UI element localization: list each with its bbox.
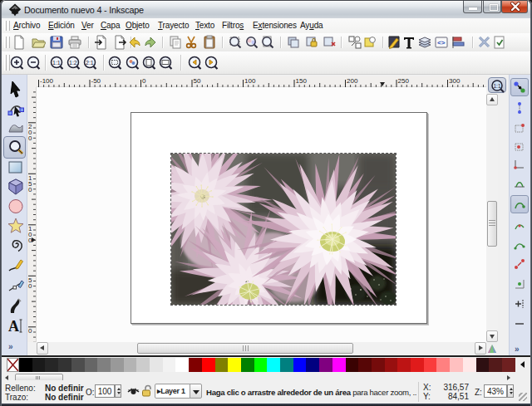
svg-text:50: 50 [194,77,201,85]
svg-text:<>: <> [437,39,446,46]
svg-text:150: 150 [296,77,308,85]
svg-text:-100: -100 [40,77,54,85]
svg-text:2:1: 2:1 [86,60,94,66]
svg-text:1:1: 1:1 [494,83,501,89]
svg-text:0: 0 [28,186,32,193]
svg-text:100: 100 [244,77,256,85]
svg-text:A: A [8,318,19,335]
svg-text:0: 0 [142,77,146,85]
svg-text:250: 250 [398,77,410,85]
svg-text:0: 0 [28,135,32,142]
svg-text:1:1: 1:1 [52,60,61,66]
svg-text:-50: -50 [91,77,101,85]
svg-text:300: 300 [449,77,461,85]
svg-text:200: 200 [347,77,358,85]
svg-text:0: 0 [28,282,32,290]
svg-text:0: 0 [28,327,32,335]
svg-text:1:2: 1:2 [69,60,77,66]
